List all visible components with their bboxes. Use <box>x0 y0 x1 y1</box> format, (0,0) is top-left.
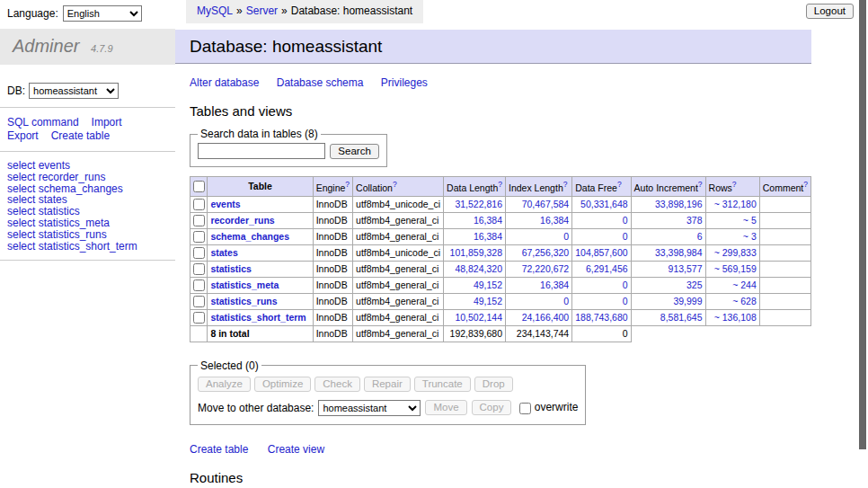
row-checkbox[interactable] <box>193 279 205 291</box>
row-checkbox[interactable] <box>193 312 205 324</box>
column-help-link[interactable]: ? <box>617 180 622 189</box>
index-length-cell: 67,256,320 <box>506 244 572 261</box>
privileges-link[interactable]: Privileges <box>381 76 428 89</box>
column-help-link[interactable]: ? <box>498 180 502 189</box>
db-select[interactable]: homeassistant <box>29 83 119 99</box>
alter-database-link[interactable]: Alter database <box>190 76 259 89</box>
optimize-button[interactable]: Optimize <box>254 377 311 392</box>
sidebar-table-link[interactable]: select statistics_meta <box>7 217 175 229</box>
sidebar-link-create-table[interactable]: Create table <box>51 129 110 142</box>
table-name-link[interactable]: states <box>210 247 237 258</box>
logout-button[interactable]: Logout <box>806 4 854 19</box>
column-help-link[interactable]: ? <box>732 180 737 189</box>
table-name-link[interactable]: statistics <box>210 263 252 274</box>
row-checkbox-cell <box>190 261 208 277</box>
collation-cell: utf8mb4_general_ci <box>353 228 444 244</box>
sidebar: Language:English Adminer 4.7.9 DB:homeas… <box>0 0 175 488</box>
table-row: schema_changes InnoDB utf8mb4_general_ci… <box>190 228 811 244</box>
scrollbar-track[interactable] <box>859 0 868 488</box>
search-input[interactable] <box>198 143 325 159</box>
row-checkbox[interactable] <box>193 215 205 226</box>
sidebar-table-link[interactable]: select recorder_runs <box>7 172 175 183</box>
copy-button[interactable]: Copy <box>472 400 512 415</box>
data-free-cell: 6,291,456 <box>572 261 631 277</box>
sidebar-table-link[interactable]: select events <box>7 160 175 172</box>
database-nav-links: Alter database Database schema Privilege… <box>190 76 811 89</box>
row-checkbox[interactable] <box>193 263 205 275</box>
column-help-link[interactable]: ? <box>393 180 397 189</box>
sidebar-menu-links: SQL commandImport ExportCreate table <box>7 116 169 143</box>
database-schema-link[interactable]: Database schema <box>277 76 364 89</box>
data-free-cell: 0 <box>572 212 631 228</box>
table-name-link[interactable]: schema_changes <box>210 231 289 242</box>
column-header-engine: Engine? <box>313 177 352 197</box>
engine-cell: InnoDB <box>313 196 352 212</box>
comment-cell <box>759 293 810 309</box>
scrollbar-thumb[interactable] <box>859 0 866 449</box>
total-data-length: 192,839,680 <box>444 325 506 342</box>
rows-cell: ~ 3 <box>705 228 759 244</box>
sidebar-table-links: select eventsselect recorder_runsselect … <box>7 160 175 252</box>
select-all-checkbox[interactable] <box>193 181 205 192</box>
auto-increment-cell: 378 <box>631 212 705 228</box>
search-button[interactable]: Search <box>330 144 378 159</box>
auto-increment-cell: 8,581,645 <box>631 309 705 325</box>
repair-button[interactable]: Repair <box>364 377 411 392</box>
row-checkbox-cell <box>190 293 208 309</box>
collation-cell: utf8mb4_unicode_ci <box>353 196 444 212</box>
move-db-select[interactable]: homeassistant <box>318 400 421 416</box>
comment-cell <box>759 228 810 244</box>
row-checkbox[interactable] <box>193 231 205 243</box>
move-button[interactable]: Move <box>425 400 466 415</box>
total-engine: InnoDB <box>313 325 352 342</box>
data-free-cell: 50,331,648 <box>572 196 631 212</box>
table-name-link[interactable]: statistics_meta <box>210 279 279 290</box>
rows-cell: ~ 136,108 <box>705 309 759 325</box>
row-checkbox[interactable] <box>193 296 205 307</box>
data-length-cell: 49,152 <box>444 277 506 293</box>
column-help-link[interactable]: ? <box>803 180 808 189</box>
rows-cell: ~ 628 <box>705 293 759 309</box>
db-row: DB:homeassistant <box>7 83 175 99</box>
auto-increment-cell: 39,999 <box>631 293 705 309</box>
row-checkbox[interactable] <box>193 199 205 210</box>
move-row: Move to other database: homeassistant Mo… <box>198 400 578 416</box>
column-header-comment: Comment? <box>759 177 810 197</box>
row-checkbox-cell <box>190 244 208 261</box>
create-table-link[interactable]: Create table <box>190 443 248 456</box>
create-view-link[interactable]: Create view <box>268 443 324 456</box>
data-free-cell: 0 <box>572 293 631 309</box>
analyze-button[interactable]: Analyze <box>198 377 251 392</box>
create-links: Create table Create view <box>190 443 811 456</box>
row-checkbox[interactable] <box>193 247 205 259</box>
column-help-link[interactable]: ? <box>563 180 568 189</box>
column-help-link[interactable]: ? <box>345 180 350 189</box>
sidebar-link-sql-command[interactable]: SQL command <box>7 116 79 129</box>
sidebar-link-export[interactable]: Export <box>7 129 39 142</box>
total-empty-cell <box>190 325 208 342</box>
sidebar-table-link[interactable]: select statistics_runs <box>7 229 175 241</box>
engine-cell: InnoDB <box>313 277 352 293</box>
routines-section-title: Routines <box>190 470 811 485</box>
sidebar-table-link[interactable]: select statistics_short_term <box>7 241 175 253</box>
index-length-cell: 0 <box>506 228 572 244</box>
truncate-button[interactable]: Truncate <box>414 377 471 392</box>
check-button[interactable]: Check <box>314 377 360 392</box>
table-name-link[interactable]: statistics_runs <box>210 296 277 306</box>
table-name-link[interactable]: statistics_short_term <box>210 312 306 323</box>
sidebar-link-import[interactable]: Import <box>92 116 122 129</box>
table-name-link[interactable]: recorder_runs <box>210 215 274 226</box>
drop-button[interactable]: Drop <box>474 377 513 392</box>
table-name-link[interactable]: events <box>210 199 240 209</box>
data-length-cell: 16,384 <box>444 228 506 244</box>
comment-cell <box>759 261 810 277</box>
overwrite-checkbox[interactable] <box>519 403 531 414</box>
collation-cell: utf8mb4_unicode_ci <box>353 244 444 261</box>
language-label: Language: <box>7 7 58 20</box>
row-checkbox-cell <box>190 277 208 293</box>
language-select[interactable]: English <box>63 5 142 22</box>
column-help-link[interactable]: ? <box>698 180 703 189</box>
rows-cell: ~ 299,833 <box>705 244 759 261</box>
app-header: Adminer 4.7.9 <box>0 29 175 65</box>
app-version[interactable]: 4.7.9 <box>91 43 112 54</box>
